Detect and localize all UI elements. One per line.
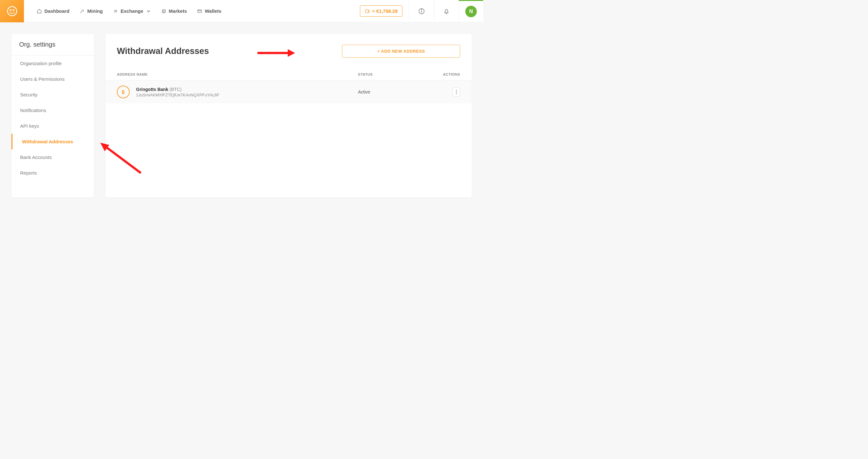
kebab-icon xyxy=(456,90,457,94)
avatar-cell[interactable]: N xyxy=(459,0,483,22)
sidebar-item-api-keys[interactable]: API keys xyxy=(11,118,94,134)
bell-icon xyxy=(443,8,450,15)
bitcoin-icon: ₿ xyxy=(117,86,130,98)
nav-right: ≈ €1,768.28 N xyxy=(360,0,483,22)
workspace: Org. settings Organization profile Users… xyxy=(0,22,483,209)
btc-glyph-icon: ₿ xyxy=(120,89,127,95)
col-header-status: STATUS xyxy=(358,72,435,76)
page-title: Withdrawal Addresses xyxy=(117,46,209,56)
sidebar-item-withdrawal-addresses[interactable]: Withdrawal Addresses xyxy=(11,134,94,150)
nav-dashboard[interactable]: Dashboard xyxy=(37,8,69,14)
notifications-button[interactable] xyxy=(434,0,459,22)
balance-chip[interactable]: ≈ €1,768.28 xyxy=(360,5,402,17)
nav-exchange-label: Exchange xyxy=(121,8,144,14)
sidebar-item-bank-accounts[interactable]: Bank Accounts xyxy=(11,150,94,165)
nav-markets[interactable]: Markets xyxy=(161,8,187,14)
address-hash: 1JuSmiAKMXfFZTEjfUe7KAvNQXPFuYAL6F xyxy=(136,93,358,97)
home-icon xyxy=(37,9,42,14)
smiley-logo-icon: B B xyxy=(7,6,18,17)
top-nav: B B Dashboard Mining Exchange Markets Wa… xyxy=(0,0,483,22)
address-symbol: (BTC) xyxy=(169,87,181,92)
sidebar-item-reports[interactable]: Reports xyxy=(11,165,94,181)
nav-dashboard-label: Dashboard xyxy=(44,8,69,14)
table-row: ₿ Gringotts Bank (BTC) 1JuSmiAKMXfFZTEjf… xyxy=(105,80,472,103)
sidebar-item-security[interactable]: Security xyxy=(11,87,94,102)
nav-wallets[interactable]: Wallets xyxy=(197,8,221,14)
avatar-initial: N xyxy=(469,9,473,14)
info-button[interactable] xyxy=(409,0,434,22)
address-name-line: Gringotts Bank (BTC) xyxy=(136,87,358,92)
address-label: Gringotts Bank xyxy=(136,87,168,92)
svg-text:B B: B B xyxy=(9,9,14,12)
svg-point-8 xyxy=(421,9,422,10)
wallet-icon xyxy=(197,9,202,14)
col-header-actions: ACTIONS xyxy=(435,72,460,76)
nav-links: Dashboard Mining Exchange Markets Wallet… xyxy=(24,0,221,22)
nav-mining[interactable]: Mining xyxy=(80,8,102,14)
sidebar-item-label: Organization profile xyxy=(20,61,62,66)
wallet-small-icon xyxy=(365,9,370,14)
user-avatar: N xyxy=(465,6,477,17)
svg-point-2 xyxy=(162,9,165,10)
sidebar-item-users[interactable]: Users & Permissions xyxy=(11,71,94,87)
main-panel: Withdrawal Addresses + ADD NEW ADDRESS A… xyxy=(105,34,472,198)
nav-markets-label: Markets xyxy=(169,8,187,14)
stack-icon xyxy=(161,9,166,14)
actions-cell xyxy=(435,88,460,96)
sidebar-item-org-profile[interactable]: Organization profile xyxy=(11,56,94,71)
sidebar-item-label: Notifications xyxy=(20,107,46,113)
brand-logo[interactable]: B B xyxy=(0,0,24,22)
sidebar-item-label: Reports xyxy=(20,170,37,175)
add-new-address-button[interactable]: + ADD NEW ADDRESS xyxy=(342,45,460,58)
sidebar-header: Org. settings xyxy=(11,34,94,56)
nav-mining-label: Mining xyxy=(87,8,102,14)
sidebar-item-label: Security xyxy=(20,92,37,97)
panel-header: Withdrawal Addresses + ADD NEW ADDRESS xyxy=(105,34,472,64)
svg-point-11 xyxy=(456,92,457,93)
chevron-down-icon xyxy=(146,9,151,14)
svg-point-10 xyxy=(456,90,457,91)
swap-icon xyxy=(113,9,118,14)
pickaxe-icon xyxy=(80,9,85,14)
sidebar-item-label: API keys xyxy=(20,123,39,129)
col-header-name: ADDRESS NAME xyxy=(117,72,358,76)
row-actions-menu[interactable] xyxy=(453,88,460,96)
sidebar-item-label: Bank Accounts xyxy=(20,155,52,160)
svg-text:₿: ₿ xyxy=(122,89,125,95)
sidebar-item-label: Withdrawal Addresses xyxy=(22,139,73,144)
settings-sidebar: Org. settings Organization profile Users… xyxy=(11,34,94,198)
svg-point-5 xyxy=(368,11,369,11)
address-info: Gringotts Bank (BTC) 1JuSmiAKMXfFZTEjfUe… xyxy=(136,87,358,97)
sidebar-item-label: Users & Permissions xyxy=(20,76,64,82)
nav-wallets-label: Wallets xyxy=(205,8,221,14)
table-header: ADDRESS NAME STATUS ACTIONS xyxy=(105,64,472,80)
balance-value: ≈ €1,768.28 xyxy=(372,8,398,14)
nav-exchange[interactable]: Exchange xyxy=(113,8,151,14)
sidebar-item-notifications[interactable]: Notifications xyxy=(11,102,94,118)
info-icon xyxy=(418,8,425,15)
svg-point-12 xyxy=(456,93,457,94)
svg-rect-3 xyxy=(198,10,202,13)
status-value: Active xyxy=(358,89,435,95)
